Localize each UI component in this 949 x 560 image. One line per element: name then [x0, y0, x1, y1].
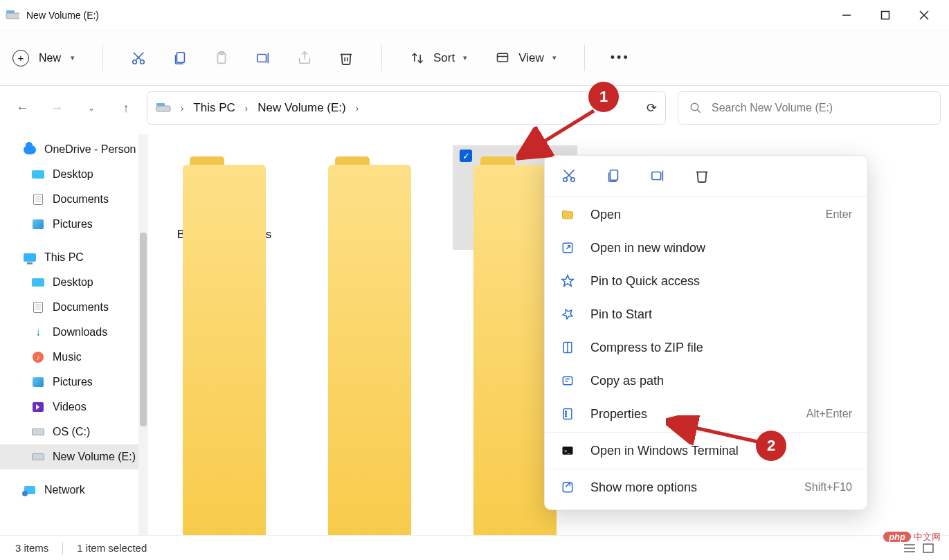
- ctx-hint: Alt+Enter: [806, 408, 852, 420]
- breadcrumb-current[interactable]: New Volume (E:): [257, 101, 346, 115]
- recent-locations-button[interactable]: ⌄: [78, 94, 105, 122]
- svg-point-41: [566, 416, 567, 417]
- folder-icon: [328, 156, 411, 223]
- svg-line-25: [697, 109, 701, 113]
- sidebar-item-desktop[interactable]: Desktop: [0, 162, 148, 187]
- sidebar-item-documents[interactable]: Documents: [0, 187, 148, 212]
- watermark-text: 中文网: [914, 532, 941, 542]
- svg-point-39: [566, 411, 567, 413]
- navigation-pane[interactable]: OneDrive - Person Desktop Documents Pict…: [0, 130, 148, 535]
- share-icon[interactable]: [297, 51, 312, 66]
- sidebar-item-pictures[interactable]: Pictures: [0, 212, 148, 237]
- paste-icon[interactable]: [214, 51, 229, 66]
- sidebar-item-label: Desktop: [53, 276, 93, 289]
- ctx-pin-start[interactable]: Pin to Start: [545, 298, 867, 331]
- ctx-pin-quick-access[interactable]: Pin to Quick access: [545, 264, 867, 298]
- sidebar-item-documents[interactable]: Documents: [0, 295, 148, 320]
- chevron-right-icon[interactable]: ›: [356, 103, 359, 114]
- separator: [584, 45, 585, 71]
- ctx-copy-as-path[interactable]: Copy as path: [545, 364, 867, 397]
- delete-icon[interactable]: [338, 51, 354, 66]
- ctx-label: Pin to Quick access: [590, 274, 700, 289]
- pin-icon: [560, 307, 575, 322]
- minimize-button[interactable]: [827, 0, 866, 30]
- sidebar-item-downloads[interactable]: ↓Downloads: [0, 320, 148, 345]
- ctx-open[interactable]: OpenEnter: [545, 198, 867, 231]
- zip-icon: [560, 340, 575, 355]
- ctx-hint: Enter: [826, 208, 852, 221]
- more-icon[interactable]: •••: [613, 51, 628, 66]
- command-bar: + New ▾ Sort ▾ View ▾ •••: [0, 30, 949, 86]
- sidebar-item-this-pc[interactable]: This PC: [0, 245, 148, 270]
- folder-item[interactable]: Backup for iTunes: [162, 145, 287, 250]
- search-box[interactable]: Search New Volume (E:): [678, 91, 941, 125]
- title-bar: New Volume (E:): [0, 0, 949, 30]
- external-icon: [560, 240, 575, 255]
- scroll-thumb[interactable]: [140, 233, 147, 426]
- breadcrumb-root[interactable]: This PC: [193, 101, 235, 115]
- watermark-brand: php: [883, 532, 911, 542]
- sidebar-item-videos[interactable]: Videos: [0, 395, 148, 419]
- sidebar-item-onedrive[interactable]: OneDrive - Person: [0, 137, 148, 162]
- drive-icon: [6, 10, 19, 20]
- svg-rect-1: [6, 10, 15, 13]
- separator: [62, 542, 63, 554]
- desktop-icon: [32, 276, 44, 289]
- sidebar-item-new-volume-e[interactable]: New Volume (E:): [0, 444, 148, 469]
- sidebar-item-label: Pictures: [53, 376, 93, 388]
- svg-rect-20: [498, 53, 508, 62]
- copy-icon[interactable]: [604, 167, 622, 185]
- rename-icon[interactable]: [649, 167, 667, 185]
- ctx-show-more[interactable]: Show more optionsShift+F10: [545, 471, 867, 504]
- close-button[interactable]: [905, 0, 943, 30]
- folder-open-icon: [560, 207, 575, 222]
- search-placeholder: Search New Volume (E:): [712, 102, 833, 114]
- refresh-button[interactable]: ⟳: [647, 100, 657, 116]
- ctx-compress-zip[interactable]: Compress to ZIP file: [545, 331, 867, 364]
- new-button[interactable]: + New ▾: [12, 50, 75, 66]
- svg-point-26: [563, 178, 568, 182]
- sidebar-item-pictures[interactable]: Pictures: [0, 370, 148, 395]
- status-bar: 3 items 1 item selected: [0, 535, 949, 560]
- copy-icon[interactable]: [172, 51, 188, 66]
- annotation-bubble-2: 2: [756, 431, 786, 461]
- up-button[interactable]: ↑: [112, 94, 140, 122]
- delete-icon[interactable]: [693, 167, 711, 185]
- cut-icon[interactable]: [131, 51, 146, 66]
- pictures-icon: [32, 218, 44, 231]
- thumbnails-view-icon[interactable]: [923, 543, 934, 553]
- ctx-label: Show more options: [590, 480, 697, 495]
- sidebar-item-desktop[interactable]: Desktop: [0, 270, 148, 295]
- sidebar-item-label: New Volume (E:): [53, 451, 136, 463]
- annotation-arrow-2: [666, 415, 763, 450]
- back-button[interactable]: ←: [8, 94, 36, 122]
- sidebar-item-label: Network: [44, 484, 85, 496]
- sidebar-item-music[interactable]: ♪Music: [0, 345, 148, 370]
- details-view-icon[interactable]: [903, 543, 916, 553]
- ctx-open-new-window[interactable]: Open in new window: [545, 231, 867, 264]
- sidebar-item-os-c[interactable]: OS (C:): [0, 419, 148, 444]
- forward-button[interactable]: →: [43, 94, 71, 122]
- svg-line-49: [670, 422, 757, 442]
- view-button[interactable]: View ▾: [495, 51, 557, 66]
- sidebar-item-label: Music: [53, 351, 82, 363]
- sidebar-item-label: Documents: [53, 301, 109, 314]
- status-selection: 1 item selected: [77, 542, 147, 554]
- plus-icon: +: [12, 50, 29, 66]
- annotation-arrow-1: [516, 107, 599, 162]
- terminal-icon: >_: [560, 443, 575, 458]
- folder-item[interactable]: Google Photos: [307, 145, 432, 250]
- ctx-label: Copy as path: [590, 374, 664, 388]
- cut-icon[interactable]: [560, 167, 578, 185]
- chevron-right-icon[interactable]: ›: [181, 103, 183, 114]
- svg-rect-22: [156, 106, 170, 111]
- download-icon: ↓: [32, 326, 44, 338]
- sidebar-item-network[interactable]: Network: [0, 478, 148, 503]
- maximize-button[interactable]: [866, 0, 905, 30]
- chevron-right-icon[interactable]: ›: [245, 103, 248, 114]
- status-count: 3 items: [15, 542, 48, 554]
- sidebar-item-label: OneDrive - Person: [44, 143, 136, 156]
- chevron-down-icon: ▾: [71, 53, 75, 62]
- sort-button[interactable]: Sort ▾: [410, 51, 467, 66]
- rename-icon[interactable]: [255, 51, 271, 66]
